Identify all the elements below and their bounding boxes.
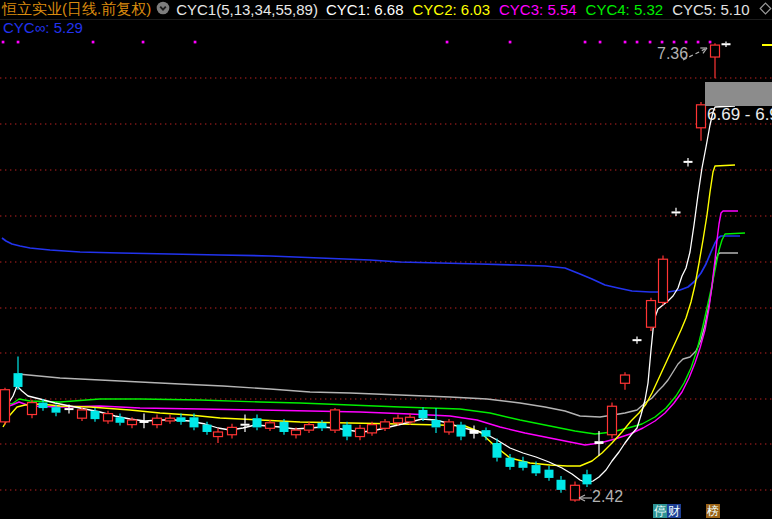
candle-up[interactable] bbox=[305, 425, 314, 431]
candle-down[interactable] bbox=[52, 407, 61, 413]
candle-up[interactable] bbox=[331, 410, 340, 430]
candle-flat[interactable] bbox=[633, 339, 642, 341]
event-dot bbox=[92, 41, 95, 44]
event-dot bbox=[649, 41, 652, 44]
tooltip-box bbox=[705, 82, 772, 106]
event-dot bbox=[584, 41, 587, 44]
event-dot bbox=[697, 41, 700, 44]
candle-down[interactable] bbox=[343, 425, 352, 437]
candle-down[interactable] bbox=[253, 418, 262, 427]
candle-flat[interactable] bbox=[672, 211, 681, 213]
candle-up[interactable] bbox=[621, 375, 630, 383]
candle-down[interactable] bbox=[493, 443, 502, 458]
candle-flat[interactable] bbox=[241, 424, 250, 426]
cyc-line-CYC-inf bbox=[2, 236, 740, 292]
cyc1-value: CYC1: 6.68 bbox=[326, 1, 404, 18]
event-dot bbox=[636, 41, 639, 44]
cyc3-value: CYC3: 5.54 bbox=[499, 1, 577, 18]
event-dot bbox=[446, 41, 449, 44]
candle-up[interactable] bbox=[697, 105, 706, 128]
event-dot bbox=[17, 41, 20, 44]
cyc-line-CYC5 bbox=[18, 253, 738, 417]
trading-app-window: { "header": { "title": "恒立实业(日线.前复权)", "… bbox=[0, 0, 772, 519]
event-dot bbox=[599, 41, 602, 44]
cyc5-value: CYC5: 5.10 bbox=[672, 1, 750, 18]
candle-up[interactable] bbox=[571, 485, 580, 500]
candle-up[interactable] bbox=[1, 390, 10, 422]
candle-up[interactable] bbox=[28, 403, 37, 415]
candle-down[interactable] bbox=[419, 410, 428, 418]
candle-up[interactable] bbox=[228, 427, 237, 434]
event-dot bbox=[2, 41, 5, 44]
candle-flat[interactable] bbox=[140, 421, 149, 423]
candle-flat[interactable] bbox=[684, 161, 693, 163]
candle-up[interactable] bbox=[104, 414, 113, 421]
candle-down[interactable] bbox=[177, 417, 186, 422]
candle-down[interactable] bbox=[14, 373, 23, 387]
candle-up[interactable] bbox=[406, 417, 415, 422]
candle-up[interactable] bbox=[266, 423, 275, 429]
candle-down[interactable] bbox=[432, 420, 441, 427]
candle-down[interactable] bbox=[557, 480, 566, 490]
event-dot bbox=[661, 41, 664, 44]
diamond-icon[interactable] bbox=[759, 1, 772, 18]
cyc4-value: CYC4: 5.32 bbox=[586, 1, 664, 18]
low-price-label: 2.42 bbox=[592, 488, 623, 506]
candle-up[interactable] bbox=[78, 410, 87, 418]
candle-down[interactable] bbox=[457, 425, 466, 437]
event-dot bbox=[142, 41, 145, 44]
candle-flat[interactable] bbox=[470, 430, 479, 434]
candle-up[interactable] bbox=[368, 425, 377, 433]
indicator-name[interactable]: CYC1(5,13,34,55,89) bbox=[176, 1, 318, 18]
candle-down[interactable] bbox=[318, 423, 327, 429]
event-dot bbox=[673, 41, 676, 44]
candle-down[interactable] bbox=[91, 411, 100, 419]
candle-up[interactable] bbox=[647, 301, 656, 328]
candle-down[interactable] bbox=[532, 465, 541, 473]
candle-up[interactable] bbox=[381, 422, 390, 428]
candle-down[interactable] bbox=[190, 417, 199, 427]
quick-button-halt[interactable]: 停 bbox=[653, 504, 667, 518]
candle-flat[interactable] bbox=[65, 408, 74, 410]
candle-down[interactable] bbox=[519, 461, 528, 467]
cyc-line-CYC4 bbox=[3, 233, 745, 434]
candle-up[interactable] bbox=[394, 418, 403, 423]
candle-up[interactable] bbox=[659, 259, 668, 302]
high-price-label: 7.36 bbox=[657, 45, 688, 63]
cyc-line-CYC3 bbox=[3, 211, 738, 445]
candle-up[interactable] bbox=[445, 422, 454, 432]
candle-up[interactable] bbox=[128, 420, 137, 425]
event-dot bbox=[709, 41, 712, 44]
quick-button-rank[interactable]: 榜 bbox=[706, 504, 720, 518]
chevron-down-circle-icon[interactable] bbox=[156, 1, 170, 18]
candle-up[interactable] bbox=[711, 45, 720, 57]
candle-up[interactable] bbox=[608, 406, 617, 434]
candle-up[interactable] bbox=[166, 418, 175, 421]
quick-button-finance[interactable]: 财 bbox=[667, 504, 681, 518]
candle-down[interactable] bbox=[545, 470, 554, 478]
candle-up[interactable] bbox=[292, 430, 301, 435]
cyc2-value: CYC2: 6.03 bbox=[412, 1, 490, 18]
price-chart-canvas[interactable] bbox=[0, 0, 772, 519]
candle-flat[interactable] bbox=[595, 441, 604, 444]
event-dot bbox=[509, 41, 512, 44]
candle-down[interactable] bbox=[39, 403, 48, 409]
candle-down[interactable] bbox=[506, 458, 515, 467]
candle-down[interactable] bbox=[116, 417, 125, 423]
candle-flat[interactable] bbox=[722, 43, 731, 45]
candle-down[interactable] bbox=[203, 425, 212, 432]
cyc-inf-value: CYC∞: 5.29 bbox=[3, 19, 83, 35]
candle-up[interactable] bbox=[214, 432, 223, 437]
candle-up[interactable] bbox=[153, 418, 162, 424]
candle-up[interactable] bbox=[356, 428, 365, 436]
candle-down[interactable] bbox=[583, 474, 592, 484]
candle-down[interactable] bbox=[280, 422, 289, 432]
candle-down[interactable] bbox=[482, 430, 491, 436]
stock-title: 恒立实业(日线.前复权) bbox=[2, 0, 151, 19]
event-dot bbox=[194, 41, 197, 44]
indicator-bar: 恒立实业(日线.前复权) CYC1(5,13,34,55,89) CYC1: 6… bbox=[0, 0, 772, 20]
event-dot bbox=[685, 41, 688, 44]
price-range-tooltip: 6.69 - 6.9 bbox=[707, 105, 772, 125]
event-dot bbox=[624, 41, 627, 44]
